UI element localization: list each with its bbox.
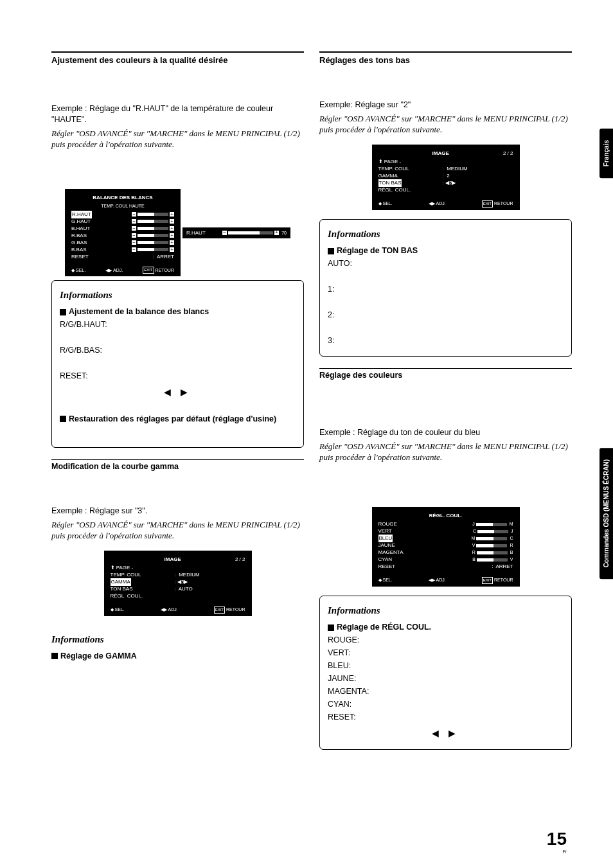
page-number: 15 Fr xyxy=(547,829,567,854)
osd-title: IMAGE xyxy=(111,556,235,563)
square-bullet-icon xyxy=(328,248,334,254)
row-value: 3 xyxy=(181,579,184,585)
footer-adj: ◀▶ADJ. xyxy=(161,607,178,614)
row-label: RÉGL. COUL. xyxy=(378,186,418,194)
info-line: R/G/B.BAS: xyxy=(60,344,296,357)
instruction-text: Régler "OSD AVANCÉ" sur "MARCHE" dans le… xyxy=(319,441,572,463)
footer-adj: ◀▶ADJ. xyxy=(429,577,446,584)
footer-adj: ◀▶ADJ. xyxy=(429,200,446,208)
info-line: JAUNE: xyxy=(328,672,564,685)
info-line: 3: xyxy=(328,334,564,347)
info-box-tonbas: Informations Réglage de TON BAS AUTO: 1:… xyxy=(319,219,572,357)
square-bullet-icon xyxy=(60,309,66,315)
square-bullet-icon xyxy=(328,624,334,631)
example-text: Exemple : Réglage du "R.HAUT" de la temp… xyxy=(51,103,304,125)
left-right-arrows-icon: ◀ ▶ xyxy=(60,385,296,399)
info-box-gamma: Informations Réglage de GAMMA xyxy=(51,625,304,671)
info-heading: Restauration des réglages par défaut (ré… xyxy=(69,414,276,423)
instruction-text: Régler "OSD AVANCÉ" sur "MARCHE" dans le… xyxy=(51,519,304,542)
info-line: AUTO: xyxy=(328,257,564,270)
info-line: RESET: xyxy=(328,711,564,723)
square-bullet-icon xyxy=(60,416,66,422)
example-text: Exemple : Réglage du ton de couleur du b… xyxy=(319,427,572,438)
footer-exit: EXITRETOUR xyxy=(143,267,174,274)
example-text: Exemple : Réglage sur "3". xyxy=(51,506,304,517)
footer-sel: ◆SEL. xyxy=(111,607,125,614)
info-line: MAGENTA: xyxy=(328,685,564,698)
osd-subtitle: TEMP. COUL HAUTE xyxy=(71,203,174,210)
info-line: RESET: xyxy=(60,369,296,382)
up-arrow-icon: ⬆ xyxy=(378,159,383,164)
row-reset: RESET xyxy=(378,563,418,571)
page-lang: Fr xyxy=(547,849,567,854)
info-box-reglcoul: Informations Réglage de RÉGL COUL. ROUGE… xyxy=(319,596,572,750)
up-arrow-icon: ⬆ xyxy=(111,565,115,571)
square-bullet-icon xyxy=(51,653,58,659)
left-column: Ajustement des couleurs à la qualité dés… xyxy=(51,51,304,750)
example-text: Exemple: Réglage sur "2" xyxy=(319,100,572,111)
info-title: Informations xyxy=(60,287,296,303)
info-line: ROUGE: xyxy=(328,633,564,646)
instruction-text: Régler "OSD AVANCÉ" sur "MARCHE" dans le… xyxy=(51,128,304,150)
osd-image-gamma: IMAGE2 / 2 ⬆ PAGE - TEMP. COUL: MEDIUM G… xyxy=(104,551,252,616)
footer-exit: EXITRETOUR xyxy=(214,607,245,614)
info-line: 2: xyxy=(328,308,564,321)
info-title: Informations xyxy=(328,226,564,242)
footer-sel: ◆SEL. xyxy=(71,267,85,274)
osd-regl-coul: RÉGL. COUL. ROUGEJM VERTCJ BLEUMC JAUNEV… xyxy=(372,507,520,587)
info-line: 1: xyxy=(328,283,564,296)
row-value: MEDIUM xyxy=(179,572,199,578)
page-up: PAGE - xyxy=(384,159,402,164)
row-value: 2 xyxy=(447,173,449,179)
osd-detail-bar: R.HAUT −+70 xyxy=(182,227,290,238)
footer-sel: ◆SEL. xyxy=(378,577,393,584)
page-number-value: 15 xyxy=(547,829,567,849)
detail-label: R.HAUT xyxy=(186,230,206,236)
detail-value: 70 xyxy=(281,231,287,235)
row-value: AUTO xyxy=(179,586,193,592)
row-value: ARRET xyxy=(495,563,513,569)
osd-title: IMAGE xyxy=(378,150,503,157)
section-heading: Réglages des tons bas xyxy=(319,51,572,65)
footer-adj: ◀▶ADJ. xyxy=(105,267,123,274)
left-right-arrows-icon: ◀ ▶ xyxy=(328,726,564,740)
row-value: 2 xyxy=(449,180,452,186)
side-tabs: Français Commandes OSD (MENUS ÉCRAN) xyxy=(600,128,613,580)
section-heading: Modification de la courbe gamma xyxy=(51,459,304,471)
row-label: RÉGL. COUL. xyxy=(111,592,150,600)
osd-title: RÉGL. COUL. xyxy=(378,512,513,520)
info-line: BLEU: xyxy=(328,659,564,672)
page-up: PAGE - xyxy=(116,565,134,571)
info-line: R/G/B.HAUT: xyxy=(60,318,296,331)
reset-value: ARRET xyxy=(157,254,174,260)
section-heading: Réglage des couleurs xyxy=(319,368,572,380)
info-title: Informations xyxy=(328,603,564,618)
osd-white-balance: BALANCE DES BLANCS TEMP. COUL HAUTE R.HA… xyxy=(65,189,181,277)
info-heading: Réglage de RÉGL COUL. xyxy=(337,623,431,632)
info-line: CYAN: xyxy=(328,698,564,711)
row-reset: RESET xyxy=(71,253,111,261)
osd-title: BALANCE DES BLANCS xyxy=(71,194,174,202)
footer-exit: EXITRETOUR xyxy=(482,577,513,584)
info-heading: Réglage de GAMMA xyxy=(60,651,137,660)
osd-page: 2 / 2 xyxy=(503,150,513,159)
info-heading: Ajustement de la balance des blancs xyxy=(69,307,209,316)
tab-language: Français xyxy=(600,128,613,178)
info-heading: Réglage de TON BAS xyxy=(337,246,418,255)
right-column: Réglages des tons bas Exemple: Réglage s… xyxy=(319,51,572,750)
instruction-text: Régler "OSD AVANCÉ" sur "MARCHE" dans le… xyxy=(319,113,572,136)
info-box-wb: Informations Ajustement de la balance de… xyxy=(51,280,304,447)
tab-section: Commandes OSD (MENUS ÉCRAN) xyxy=(600,448,613,579)
footer-exit: EXITRETOUR xyxy=(482,200,513,208)
osd-image-tonbas: IMAGE2 / 2 ⬆ PAGE - TEMP. COUL: MEDIUM G… xyxy=(372,145,520,210)
info-title: Informations xyxy=(51,632,296,647)
footer-sel: ◆SEL. xyxy=(378,200,393,208)
info-line: VERT: xyxy=(328,646,564,659)
row-value: MEDIUM xyxy=(447,166,467,172)
section-heading: Ajustement des couleurs à la qualité dés… xyxy=(51,51,304,65)
osd-page: 2 / 2 xyxy=(235,556,245,565)
